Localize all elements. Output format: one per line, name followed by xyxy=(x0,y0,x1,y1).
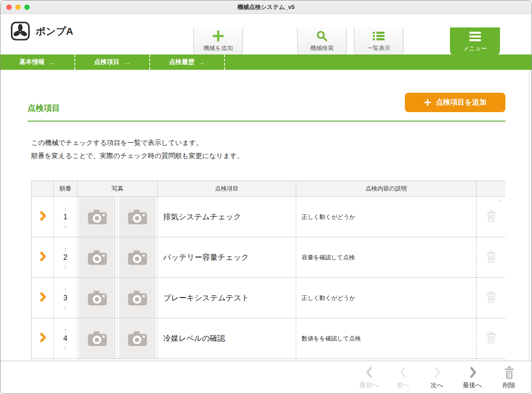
header-description: 点検内容の説明 xyxy=(296,181,477,197)
tab-label: 点検履歴 xyxy=(169,58,194,66)
photo-slot[interactable] xyxy=(119,197,156,237)
expand-row-button[interactable] xyxy=(32,278,54,318)
go-first-button[interactable]: 最初へ xyxy=(353,366,385,389)
move-up-icon[interactable]: ↑ xyxy=(64,286,67,293)
photo-slot xyxy=(119,359,156,359)
order-cell: ↑ 4 ↓ xyxy=(54,318,78,359)
table-row: ↑ 2 ↓ バッテリー容量チェック 容量を確認して点検 xyxy=(32,237,506,278)
arrow-right-icon: → xyxy=(124,59,130,66)
go-next-button[interactable]: 次へ xyxy=(421,366,453,389)
photo-slot xyxy=(79,359,116,359)
item-name-cell[interactable]: ブレーキシステムテスト xyxy=(158,278,296,318)
tab-label: 基本情報 xyxy=(19,58,45,66)
chevron-right-icon xyxy=(39,332,46,343)
photo-slot[interactable] xyxy=(119,278,156,318)
photo-slot[interactable] xyxy=(119,318,156,358)
tab-label: 点検項目 xyxy=(94,58,119,66)
move-up-icon[interactable]: ↑ xyxy=(64,327,67,334)
machine-name: ポンプA xyxy=(36,25,73,38)
tab-basic-info[interactable]: 基本情報 → xyxy=(0,54,75,70)
tab-inspection-items[interactable]: 点検項目 → xyxy=(75,54,150,70)
camera-icon xyxy=(87,290,108,307)
item-name-cell[interactable]: 冷媒レベルの確認 xyxy=(158,318,296,359)
minimize-window-button[interactable] xyxy=(15,5,21,10)
move-up-icon[interactable]: ↑ xyxy=(64,246,67,253)
move-down-icon[interactable]: ↓ xyxy=(64,263,67,269)
chevron-right-icon xyxy=(39,291,46,303)
window-title: 機械点検システム_v5 xyxy=(238,3,295,11)
photo-slot[interactable] xyxy=(79,318,116,358)
menu-button[interactable]: メニュー xyxy=(450,27,500,55)
page-description: この機械でチェックする項目を一覧で表示しています。 順番を変えることで、実際のチ… xyxy=(31,136,243,162)
photo-slot[interactable] xyxy=(79,278,116,318)
table-row: ↑ 3 ↓ ブレーキシステムテスト 正しく動くがどうか xyxy=(32,278,506,318)
arrow-right-icon: → xyxy=(49,59,55,66)
delete-item-button[interactable] xyxy=(477,318,506,359)
delete-item-button[interactable] xyxy=(477,237,506,278)
move-down-icon[interactable]: ↓ xyxy=(64,303,67,310)
photo-slot[interactable] xyxy=(119,237,156,277)
plus-icon xyxy=(212,30,225,42)
photo-slot[interactable] xyxy=(79,237,116,277)
expand-row-button[interactable] xyxy=(32,318,54,359)
order-number: 4 xyxy=(64,335,68,343)
go-prev-label: 前へ xyxy=(397,381,409,389)
trash-icon xyxy=(486,331,497,344)
traffic-lights xyxy=(6,5,30,10)
chevron-right-icon xyxy=(39,210,46,222)
move-down-icon[interactable]: ↓ xyxy=(64,222,67,229)
camera-icon xyxy=(127,208,148,226)
go-first-label: 最初へ xyxy=(360,381,379,389)
table-row: ↑ 4 ↓ 冷媒レベルの確認 数値をを確認して点検 xyxy=(32,318,506,359)
move-up-icon[interactable]: ↑ xyxy=(64,205,67,212)
go-last-button[interactable]: 最後へ xyxy=(457,366,488,389)
go-prev-button[interactable]: 前へ xyxy=(387,366,419,389)
add-machine-button[interactable]: 機械を追加 xyxy=(193,27,243,55)
header-photo: 写真 xyxy=(78,181,158,197)
plus-icon xyxy=(424,99,431,106)
chevron-right-icon xyxy=(433,366,441,379)
list-view-button[interactable]: 一覧表示 xyxy=(354,27,404,55)
hamburger-icon xyxy=(469,31,482,42)
item-description-cell[interactable]: 正しく動くがどうか xyxy=(296,197,477,237)
item-name-cell[interactable]: バッテリー容量チェック xyxy=(158,237,296,278)
list-icon xyxy=(373,30,385,42)
close-window-button[interactable] xyxy=(6,5,12,10)
table-row: ↑ 1 ↓ 排気システムチェック 正しく動くがどうか xyxy=(32,197,506,237)
camera-icon xyxy=(127,330,148,347)
zoom-window-button[interactable] xyxy=(24,5,30,10)
tab-inspection-history[interactable]: 点検履歴 → xyxy=(150,54,225,70)
table-header-row: 順番 写真 点検項目 点検内容の説明 xyxy=(32,181,506,197)
footer-toolbar: 最初へ 前へ 次へ 最後へ 削除 xyxy=(0,361,532,394)
chevron-left-icon xyxy=(399,366,408,379)
item-description-cell[interactable]: 数値をを確認して点検 xyxy=(296,318,477,359)
trash-icon xyxy=(486,209,497,222)
order-number: 1 xyxy=(64,213,68,221)
chevron-right-icon xyxy=(39,251,46,262)
table-row-partial xyxy=(32,359,506,360)
expand-row-button[interactable] xyxy=(32,237,54,278)
chevron-right-bold-icon xyxy=(468,366,477,379)
app-header: ポンプA 機械を追加 機械検索 一覧表示 メニュー xyxy=(0,14,532,54)
machine-search-label: 機械検索 xyxy=(310,44,334,52)
trash-icon xyxy=(486,250,497,263)
expand-row-button[interactable] xyxy=(32,197,54,237)
delete-item-button[interactable] xyxy=(477,197,506,237)
heading-divider xyxy=(28,121,505,122)
camera-icon xyxy=(87,249,108,266)
delete-item-button[interactable] xyxy=(477,278,506,318)
propeller-icon xyxy=(10,21,30,41)
move-down-icon[interactable]: ↓ xyxy=(64,344,67,350)
add-inspection-item-button[interactable]: 点検項目を追加 xyxy=(405,93,505,112)
item-description-cell[interactable]: 容量を確認して点検 xyxy=(296,237,477,278)
magnifier-icon xyxy=(316,30,328,42)
header-expand-column xyxy=(32,181,54,197)
item-name-cell[interactable]: 排気システムチェック xyxy=(158,197,296,237)
item-description-cell[interactable]: 正しく動くがどうか xyxy=(296,278,477,318)
camera-icon xyxy=(87,330,108,347)
machine-search-button[interactable]: 機械検索 xyxy=(297,27,347,55)
delete-button[interactable]: 削除 xyxy=(493,366,525,389)
photo-slot[interactable] xyxy=(79,197,116,237)
inspection-items-table: 順番 写真 点検項目 点検内容の説明 ↑ 1 xyxy=(31,181,505,359)
chevron-left-bold-icon xyxy=(365,366,374,379)
